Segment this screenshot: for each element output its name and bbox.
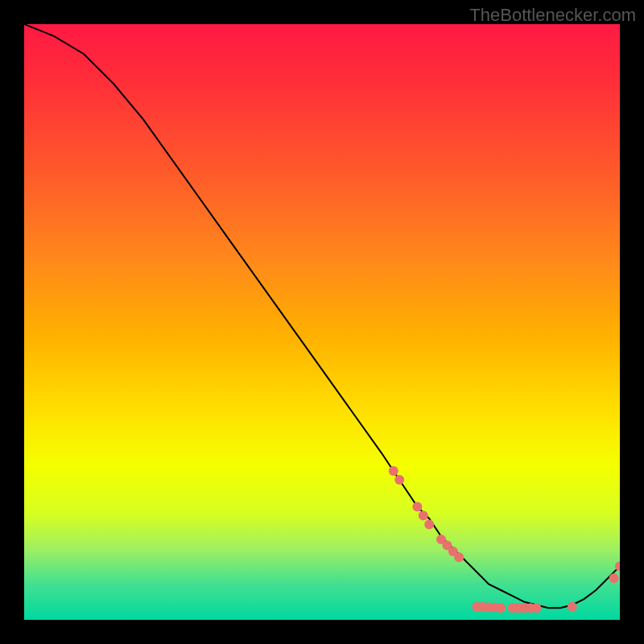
- marker-point: [568, 602, 577, 612]
- chart-line: [24, 24, 620, 608]
- marker-point: [531, 603, 541, 613]
- marker-point: [412, 502, 422, 511]
- marker-point: [389, 466, 398, 476]
- marker-point: [454, 552, 464, 562]
- chart-markers: [389, 466, 620, 613]
- marker-point: [609, 573, 619, 583]
- marker-point: [496, 603, 506, 613]
- marker-point: [424, 520, 434, 530]
- chart-svg: [24, 24, 620, 620]
- watermark-text: TheBottlenecker.com: [469, 5, 636, 26]
- marker-point: [394, 475, 404, 485]
- chart-container: TheBottlenecker.com: [0, 0, 644, 644]
- marker-point: [419, 511, 428, 521]
